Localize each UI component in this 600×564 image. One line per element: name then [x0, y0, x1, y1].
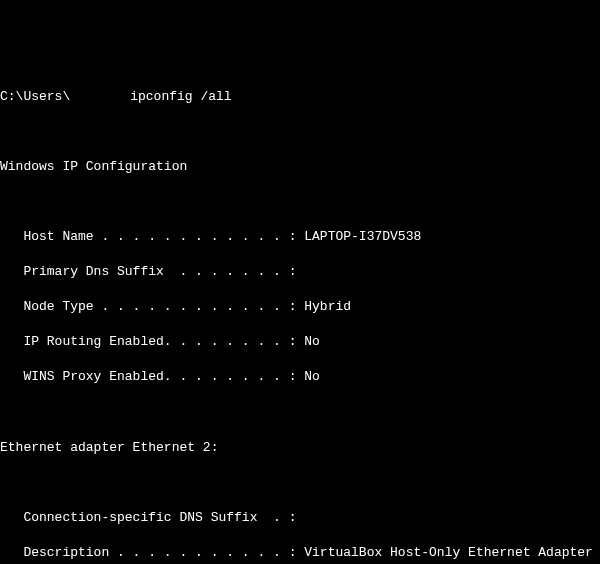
node-type-row: Node Type . . . . . . . . . . . . : Hybr… — [0, 298, 600, 316]
field-value: No — [304, 334, 320, 349]
field-label: WINS Proxy Enabled. . . . . . . . : — [0, 369, 304, 384]
primary-dns-row: Primary Dns Suffix . . . . . . . : — [0, 263, 600, 281]
description-row: Description . . . . . . . . . . . : Virt… — [0, 544, 600, 562]
field-label: Description . . . . . . . . . . . : — [0, 545, 304, 560]
terminal-output: C:\Users\ipconfig /all Windows IP Config… — [0, 70, 600, 564]
prompt-path: C:\Users\ — [0, 88, 70, 106]
command-prompt-line: C:\Users\ipconfig /all — [0, 88, 600, 106]
field-value: Hybrid — [304, 299, 351, 314]
field-value: VirtualBox Host-Only Ethernet Adapter — [304, 545, 593, 560]
blank-line — [0, 193, 600, 211]
field-label: IP Routing Enabled. . . . . . . . : — [0, 334, 304, 349]
field-label: Node Type . . . . . . . . . . . . : — [0, 299, 304, 314]
host-name-row: Host Name . . . . . . . . . . . . : LAPT… — [0, 228, 600, 246]
redacted-username — [70, 88, 130, 106]
conn-suffix-row: Connection-specific DNS Suffix . : — [0, 509, 600, 527]
adapter-title: Ethernet adapter Ethernet 2: — [0, 439, 600, 457]
field-value: LAPTOP-I37DV538 — [304, 229, 421, 244]
section-header: Windows IP Configuration — [0, 158, 600, 176]
field-label: Host Name . . . . . . . . . . . . : — [0, 229, 304, 244]
blank-line — [0, 404, 600, 422]
prompt-command: ipconfig /all — [130, 88, 231, 106]
blank-line — [0, 123, 600, 141]
wins-proxy-row: WINS Proxy Enabled. . . . . . . . : No — [0, 368, 600, 386]
field-value: No — [304, 369, 320, 384]
field-label: Connection-specific DNS Suffix . : — [0, 510, 296, 525]
field-label: Primary Dns Suffix . . . . . . . : — [0, 264, 296, 279]
blank-line — [0, 474, 600, 492]
ip-routing-row: IP Routing Enabled. . . . . . . . : No — [0, 333, 600, 351]
